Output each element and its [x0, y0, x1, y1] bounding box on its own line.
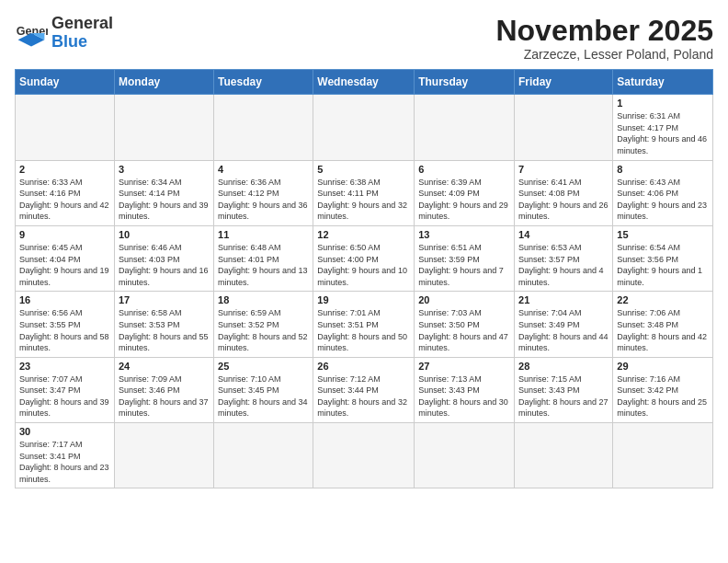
day-info: Sunrise: 7:06 AMSunset: 3:48 PMDaylight:…	[617, 307, 709, 353]
calendar-day: 25Sunrise: 7:10 AMSunset: 3:45 PMDayligh…	[214, 357, 313, 422]
calendar-empty	[515, 95, 613, 160]
calendar-day: 24Sunrise: 7:09 AMSunset: 3:46 PMDayligh…	[114, 357, 213, 422]
calendar-row: 1Sunrise: 6:31 AMSunset: 4:17 PMDaylight…	[16, 95, 713, 160]
day-number: 13	[418, 229, 510, 240]
calendar-empty	[515, 423, 613, 488]
header-saturday: Saturday	[613, 70, 713, 95]
day-number: 16	[19, 294, 110, 305]
day-number: 23	[19, 361, 110, 372]
weekday-header-row: Sunday Monday Tuesday Wednesday Thursday…	[16, 70, 713, 95]
day-number: 15	[617, 229, 709, 240]
day-number: 11	[218, 229, 309, 240]
header-friday: Friday	[515, 70, 613, 95]
calendar-row: 30Sunrise: 7:17 AMSunset: 3:41 PMDayligh…	[16, 423, 713, 488]
calendar-empty	[114, 423, 213, 488]
day-number: 19	[317, 294, 410, 305]
header-wednesday: Wednesday	[313, 70, 415, 95]
day-info: Sunrise: 7:10 AMSunset: 3:45 PMDaylight:…	[218, 373, 309, 419]
calendar-day: 26Sunrise: 7:12 AMSunset: 3:44 PMDayligh…	[313, 357, 415, 422]
calendar-day: 22Sunrise: 7:06 AMSunset: 3:48 PMDayligh…	[613, 292, 713, 357]
header-thursday: Thursday	[415, 70, 515, 95]
calendar-row: 23Sunrise: 7:07 AMSunset: 3:47 PMDayligh…	[16, 357, 713, 422]
calendar-day: 29Sunrise: 7:16 AMSunset: 3:42 PMDayligh…	[613, 357, 713, 422]
title-block: November 2025 Zarzecze, Lesser Poland, P…	[495, 15, 713, 62]
calendar-day: 3Sunrise: 6:34 AMSunset: 4:14 PMDaylight…	[114, 160, 213, 225]
day-info: Sunrise: 6:54 AMSunset: 3:56 PMDaylight:…	[617, 242, 709, 288]
day-number: 18	[218, 294, 309, 305]
day-number: 10	[119, 229, 210, 240]
calendar-day: 11Sunrise: 6:48 AMSunset: 4:01 PMDayligh…	[214, 225, 313, 291]
day-info: Sunrise: 7:13 AMSunset: 3:43 PMDaylight:…	[418, 373, 510, 419]
calendar-table: Sunday Monday Tuesday Wednesday Thursday…	[15, 69, 713, 488]
day-number: 8	[617, 164, 709, 175]
calendar-day: 17Sunrise: 6:58 AMSunset: 3:53 PMDayligh…	[114, 292, 213, 357]
logo-icon: General	[15, 17, 48, 50]
calendar-day: 27Sunrise: 7:13 AMSunset: 3:43 PMDayligh…	[415, 357, 515, 422]
day-info: Sunrise: 6:58 AMSunset: 3:53 PMDaylight:…	[119, 307, 210, 353]
day-info: Sunrise: 6:45 AMSunset: 4:04 PMDaylight:…	[19, 242, 110, 288]
day-number: 17	[119, 294, 210, 305]
calendar-day: 18Sunrise: 6:59 AMSunset: 3:52 PMDayligh…	[214, 292, 313, 357]
day-info: Sunrise: 6:38 AMSunset: 4:11 PMDaylight:…	[317, 177, 410, 223]
day-info: Sunrise: 7:09 AMSunset: 3:46 PMDaylight:…	[119, 373, 210, 419]
day-info: Sunrise: 6:53 AMSunset: 3:57 PMDaylight:…	[518, 242, 609, 288]
logo-text: GeneralBlue	[51, 15, 113, 52]
calendar-empty	[313, 423, 415, 488]
calendar-day: 4Sunrise: 6:36 AMSunset: 4:12 PMDaylight…	[214, 160, 313, 225]
day-number: 7	[518, 164, 609, 175]
month-title: November 2025	[495, 15, 713, 47]
day-number: 27	[418, 361, 510, 372]
calendar-day: 12Sunrise: 6:50 AMSunset: 4:00 PMDayligh…	[313, 225, 415, 291]
logo: General GeneralBlue	[15, 15, 113, 52]
day-number: 4	[218, 164, 309, 175]
calendar-day: 14Sunrise: 6:53 AMSunset: 3:57 PMDayligh…	[515, 225, 613, 291]
day-info: Sunrise: 6:39 AMSunset: 4:09 PMDaylight:…	[418, 177, 510, 223]
day-number: 14	[518, 229, 609, 240]
calendar-empty	[214, 423, 313, 488]
header-tuesday: Tuesday	[214, 70, 313, 95]
day-info: Sunrise: 7:17 AMSunset: 3:41 PMDaylight:…	[19, 439, 110, 485]
calendar-day: 15Sunrise: 6:54 AMSunset: 3:56 PMDayligh…	[613, 225, 713, 291]
location: Zarzecze, Lesser Poland, Poland	[495, 47, 713, 62]
day-info: Sunrise: 6:48 AMSunset: 4:01 PMDaylight:…	[218, 242, 309, 288]
day-info: Sunrise: 6:56 AMSunset: 3:55 PMDaylight:…	[19, 307, 110, 353]
day-info: Sunrise: 6:51 AMSunset: 3:59 PMDaylight:…	[418, 242, 510, 288]
day-info: Sunrise: 7:03 AMSunset: 3:50 PMDaylight:…	[418, 307, 510, 353]
calendar-day: 2Sunrise: 6:33 AMSunset: 4:16 PMDaylight…	[16, 160, 115, 225]
day-info: Sunrise: 7:01 AMSunset: 3:51 PMDaylight:…	[317, 307, 410, 353]
header-sunday: Sunday	[16, 70, 115, 95]
calendar-day: 6Sunrise: 6:39 AMSunset: 4:09 PMDaylight…	[415, 160, 515, 225]
calendar-empty	[613, 423, 713, 488]
day-info: Sunrise: 6:41 AMSunset: 4:08 PMDaylight:…	[518, 177, 609, 223]
day-number: 25	[218, 361, 309, 372]
day-number: 9	[19, 229, 110, 240]
calendar-day: 13Sunrise: 6:51 AMSunset: 3:59 PMDayligh…	[415, 225, 515, 291]
calendar-day: 28Sunrise: 7:15 AMSunset: 3:43 PMDayligh…	[515, 357, 613, 422]
day-info: Sunrise: 7:07 AMSunset: 3:47 PMDaylight:…	[19, 373, 110, 419]
day-info: Sunrise: 6:59 AMSunset: 3:52 PMDaylight:…	[218, 307, 309, 353]
day-number: 21	[518, 294, 609, 305]
day-info: Sunrise: 6:33 AMSunset: 4:16 PMDaylight:…	[19, 177, 110, 223]
day-info: Sunrise: 6:43 AMSunset: 4:06 PMDaylight:…	[617, 177, 709, 223]
calendar-day: 9Sunrise: 6:45 AMSunset: 4:04 PMDaylight…	[16, 225, 115, 291]
day-info: Sunrise: 6:31 AMSunset: 4:17 PMDaylight:…	[617, 110, 709, 156]
calendar-day: 7Sunrise: 6:41 AMSunset: 4:08 PMDaylight…	[515, 160, 613, 225]
calendar-row: 9Sunrise: 6:45 AMSunset: 4:04 PMDaylight…	[16, 225, 713, 291]
day-number: 20	[418, 294, 510, 305]
calendar-day: 10Sunrise: 6:46 AMSunset: 4:03 PMDayligh…	[114, 225, 213, 291]
day-number: 12	[317, 229, 410, 240]
calendar-day: 16Sunrise: 6:56 AMSunset: 3:55 PMDayligh…	[16, 292, 115, 357]
calendar-row: 16Sunrise: 6:56 AMSunset: 3:55 PMDayligh…	[16, 292, 713, 357]
calendar-empty	[16, 95, 115, 160]
calendar-day: 20Sunrise: 7:03 AMSunset: 3:50 PMDayligh…	[415, 292, 515, 357]
day-info: Sunrise: 6:46 AMSunset: 4:03 PMDaylight:…	[119, 242, 210, 288]
day-number: 22	[617, 294, 709, 305]
day-info: Sunrise: 7:15 AMSunset: 3:43 PMDaylight:…	[518, 373, 609, 419]
day-info: Sunrise: 7:04 AMSunset: 3:49 PMDaylight:…	[518, 307, 609, 353]
day-info: Sunrise: 6:50 AMSunset: 4:00 PMDaylight:…	[317, 242, 410, 288]
calendar-day: 5Sunrise: 6:38 AMSunset: 4:11 PMDaylight…	[313, 160, 415, 225]
calendar-empty	[313, 95, 415, 160]
calendar-empty	[114, 95, 213, 160]
day-number: 1	[617, 98, 709, 109]
day-number: 29	[617, 361, 709, 372]
